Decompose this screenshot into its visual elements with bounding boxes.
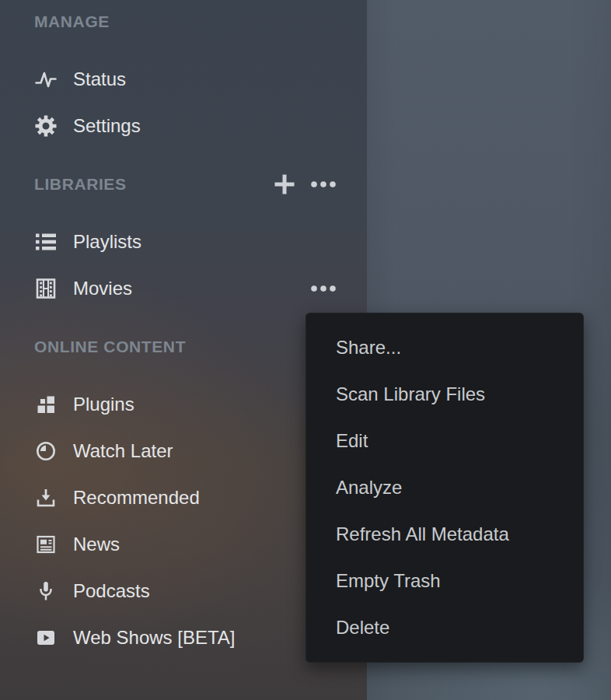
sidebar-item-label: Web Shows [BETA] (73, 627, 236, 649)
sidebar-item-label: Podcasts (73, 580, 150, 602)
clock-icon (34, 439, 58, 463)
sidebar-item-label: Settings (73, 115, 141, 137)
library-context-menu: Share... Scan Library Files Edit Analyze… (306, 313, 584, 663)
menu-item-refresh-all-metadata[interactable]: Refresh All Metadata (306, 511, 584, 558)
sidebar-item-label: Recommended (73, 487, 200, 509)
film-icon (34, 277, 58, 300)
sidebar-item-playlists[interactable]: Playlists (34, 219, 367, 265)
libraries-header-actions (34, 175, 367, 194)
menu-item-delete[interactable]: Delete (306, 604, 584, 651)
menu-item-empty-trash[interactable]: Empty Trash (306, 558, 584, 604)
sidebar-item-movies[interactable]: Movies (34, 265, 367, 312)
activity-icon (34, 68, 58, 91)
section-header-manage: MANAGE (34, 12, 367, 31)
plex-sidebar-screen: MANAGE Status (0, 0, 611, 700)
news-icon (34, 533, 58, 556)
sidebar-item-label: Status (73, 68, 126, 90)
mic-icon (34, 579, 58, 603)
add-library-button[interactable] (273, 173, 296, 196)
sidebar-item-label: Plugins (73, 394, 134, 415)
menu-item-scan-library-files[interactable]: Scan Library Files (306, 371, 584, 418)
sidebar-item-status[interactable]: Status (34, 56, 367, 103)
sidebar-item-label: News (73, 534, 120, 555)
movies-more-button[interactable] (308, 283, 339, 294)
menu-item-edit[interactable]: Edit (306, 418, 584, 464)
menu-item-share[interactable]: Share... (306, 324, 584, 371)
section-label: ONLINE CONTENT (34, 338, 186, 356)
libraries-more-button[interactable] (308, 179, 339, 190)
more-icon (309, 180, 337, 189)
sidebar-item-label: Watch Later (73, 440, 173, 462)
sidebar-item-label: Movies (73, 278, 132, 299)
menu-item-analyze[interactable]: Analyze (306, 464, 584, 511)
section-header-libraries: LIBRARIES (34, 175, 367, 194)
play-box-icon (34, 626, 58, 649)
grid-icon (34, 393, 58, 416)
plus-icon (273, 173, 296, 196)
download-icon (34, 486, 58, 509)
sidebar-item-settings[interactable]: Settings (34, 103, 367, 149)
playlist-icon (34, 230, 58, 254)
sidebar-item-label: Playlists (73, 231, 141, 253)
section-label: MANAGE (34, 12, 110, 31)
more-icon (309, 284, 337, 293)
gear-icon (34, 114, 58, 138)
